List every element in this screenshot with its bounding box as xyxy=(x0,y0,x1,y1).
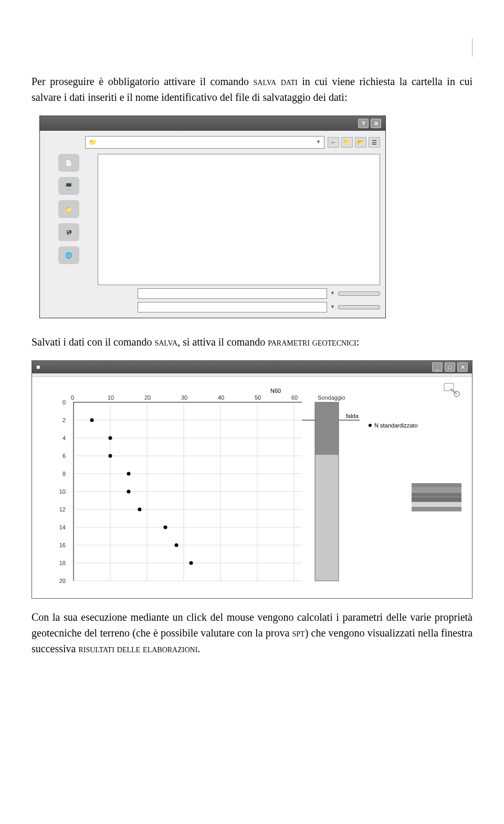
place-computer[interactable]: 🖳 xyxy=(45,223,92,242)
chart-titlebar: ■ _ □ ✕ xyxy=(32,361,472,373)
chevron-down-icon: ▼ xyxy=(316,139,321,146)
close-button[interactable]: ✕ xyxy=(457,362,468,372)
nav-view-button[interactable]: ☰ xyxy=(369,137,380,148)
nav-back-button[interactable]: ← xyxy=(328,137,339,148)
divider-vertical xyxy=(472,38,472,57)
desktop-icon: 🖥️ xyxy=(58,177,79,195)
cancel-button[interactable] xyxy=(338,305,380,309)
svg-rect-45 xyxy=(315,455,339,581)
nav-up-button[interactable]: 📁 xyxy=(341,137,353,148)
paragraph-3: Con la sua esecuzione mediante un click … xyxy=(32,609,472,656)
svg-text:8: 8 xyxy=(62,471,66,477)
help-button[interactable]: ? xyxy=(358,119,369,128)
legend-item xyxy=(412,493,461,497)
svg-text:0: 0 xyxy=(71,394,74,401)
legend-item xyxy=(412,483,461,488)
svg-point-55 xyxy=(190,561,193,565)
svg-text:Sondaggio: Sondaggio xyxy=(318,394,345,401)
legend-item xyxy=(412,488,461,493)
legend-item xyxy=(412,507,461,512)
dialog-titlebar: ? ✕ xyxy=(40,116,385,131)
svg-point-49 xyxy=(109,454,112,458)
svg-text:16: 16 xyxy=(59,542,66,548)
chevron-down-icon[interactable]: ▼ xyxy=(330,304,335,311)
close-button[interactable]: ✕ xyxy=(371,119,381,128)
svg-point-42 xyxy=(369,424,372,427)
svg-text:N standardizzato: N standardizzato xyxy=(374,422,418,429)
paragraph-1: Per proseguire è obbligatorio attivare i… xyxy=(32,74,472,105)
svg-point-50 xyxy=(127,472,131,476)
svg-point-51 xyxy=(127,490,131,494)
svg-text:0: 0 xyxy=(62,399,66,405)
svg-text:30: 30 xyxy=(181,394,187,401)
svg-text:50: 50 xyxy=(255,394,261,401)
recent-icon: 📄 xyxy=(58,154,79,172)
svg-text:12: 12 xyxy=(59,506,66,513)
save-file-dialog: ? ✕ 📁 ▼ ← 📁 📂 ☰ xyxy=(39,116,386,318)
file-list[interactable] xyxy=(98,154,380,285)
svg-text:14: 14 xyxy=(59,524,66,530)
filename-input[interactable] xyxy=(138,288,327,299)
minimize-button[interactable]: _ xyxy=(432,362,443,372)
save-button[interactable] xyxy=(338,291,380,296)
place-recent[interactable]: 📄 xyxy=(45,154,92,173)
paragraph-2: Salvati i dati con il comando salva, si … xyxy=(32,334,472,350)
documents-icon: 📁 xyxy=(58,200,79,218)
chart-plot: N60 0 10 20 30 40 50 60 Sondaggio xyxy=(45,387,464,586)
svg-point-48 xyxy=(109,436,112,440)
svg-point-53 xyxy=(164,526,167,529)
svg-text:18: 18 xyxy=(59,560,66,566)
places-sidebar: 📄 🖥️ 📁 🖳 🌐 xyxy=(45,154,92,312)
save-in-combo[interactable]: 📁 ▼ xyxy=(85,136,324,149)
svg-text:20: 20 xyxy=(144,394,151,401)
svg-text:10: 10 xyxy=(59,488,66,495)
nav-newfolder-button[interactable]: 📂 xyxy=(355,137,366,148)
chart-footer xyxy=(40,589,464,593)
maximize-button[interactable]: □ xyxy=(445,362,455,372)
filetype-combo[interactable] xyxy=(138,302,327,312)
chevron-down-icon[interactable]: ▼ xyxy=(330,290,335,297)
svg-text:40: 40 xyxy=(218,394,224,401)
chapter-header xyxy=(32,34,472,53)
svg-text:10: 10 xyxy=(108,394,114,401)
svg-point-47 xyxy=(90,419,94,422)
place-network[interactable]: 🌐 xyxy=(45,246,92,265)
chart-menubar xyxy=(32,373,472,377)
svg-point-54 xyxy=(175,544,178,547)
n60-label: N60 xyxy=(270,388,281,394)
legend-item xyxy=(412,502,461,507)
svg-point-52 xyxy=(138,508,142,512)
chart-window: ■ _ □ ✕ N60 xyxy=(32,360,472,599)
svg-text:falda: falda xyxy=(346,413,359,419)
place-documents[interactable]: 📁 xyxy=(45,200,92,219)
svg-text:60: 60 xyxy=(291,394,298,401)
computer-icon: 🖳 xyxy=(58,223,79,241)
svg-text:4: 4 xyxy=(62,435,66,441)
lithology-legend xyxy=(412,481,461,512)
svg-text:2: 2 xyxy=(62,417,66,423)
svg-text:20: 20 xyxy=(59,578,66,584)
svg-rect-44 xyxy=(315,402,339,455)
place-desktop[interactable]: 🖥️ xyxy=(45,177,92,196)
network-icon: 🌐 xyxy=(58,246,79,264)
legend-item xyxy=(412,497,461,502)
svg-text:6: 6 xyxy=(62,453,66,459)
